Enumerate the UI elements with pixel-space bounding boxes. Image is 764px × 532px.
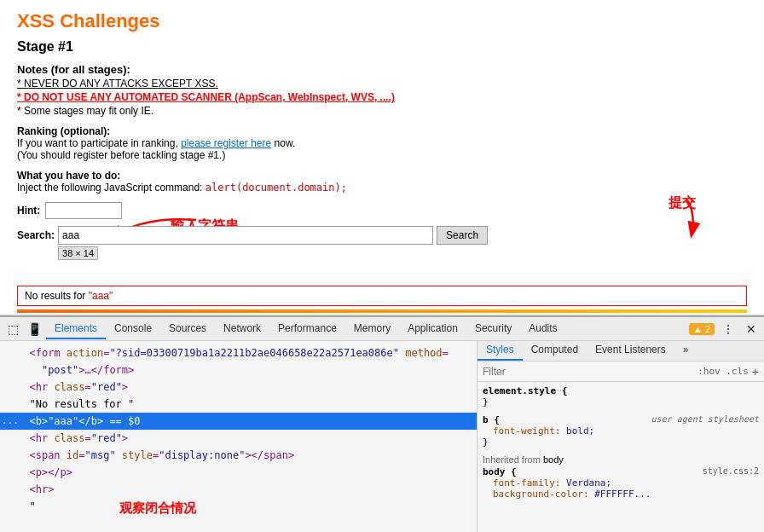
el-hr-red2: <hr class="red"> [0,430,477,447]
styles-filter-input[interactable] [483,366,697,378]
result-highlight: "aaa" [89,290,113,302]
search-input-wrap: 38 × 14 [58,226,433,245]
result-text: No results for [25,290,89,302]
styles-tabs: Styles Computed Event Listeners » [478,341,764,361]
styles-tab-computed[interactable]: Computed [523,341,587,361]
result-bar: No results for "aaa" [17,286,747,306]
hint-input[interactable] [45,202,122,219]
el-b-highlighted: ... <b>"aaa"</b> == $0 [0,413,477,430]
styles-filter-hint: :hov .cls [697,366,749,377]
el-hr-red: <hr class="red"> [0,379,477,396]
input-size-tooltip: 38 × 14 [58,246,98,260]
note3: * Some stages may fit only IE. [17,105,747,117]
tab-performance[interactable]: Performance [269,319,345,339]
inherited-selector: body [543,454,564,465]
tab-application[interactable]: Application [399,319,466,339]
task-text: Inject the following JavaScript command:… [17,182,747,194]
el-form: <form action="?sid=03300719ba1a2211b2ae0… [0,344,477,361]
el-quote: " [0,498,477,515]
styles-tab-styles[interactable]: Styles [478,341,523,361]
b-style-selector: b { user agent stylesheet [483,414,759,425]
task-section: What you have to do: Inject the followin… [17,170,747,194]
styles-tab-eventlisteners[interactable]: Event Listeners [587,341,674,361]
styles-panel: Styles Computed Event Listeners » :hov .… [478,341,764,532]
tab-security[interactable]: Security [466,319,520,339]
more-options-icon[interactable]: ⋮ [718,321,738,338]
ranking-text2: (You should register before tackling sta… [17,149,747,161]
b-style-rule: b { user agent stylesheet font-weight: b… [483,414,759,448]
hint-row: Hint: [17,202,747,219]
warning-badge: ▲ 2 [689,323,715,335]
element-style-rule: element.style { } [483,385,759,408]
page-title: XSS Challenges [17,10,747,32]
devtools-body: <form action="?sid=03300719ba1a2211b2ae0… [0,341,764,532]
search-input[interactable] [58,226,433,245]
ua-label: user agent stylesheet [651,414,759,424]
search-label: Search: [17,229,55,241]
styles-filter-row: :hov .cls + [478,361,764,382]
annotation-submit: 提交 [668,194,696,212]
ranking-text: If you want to participate in ranking, p… [17,137,747,149]
devtools-toolbar: ⬚ 📱 Elements Console Sources Network Per… [0,317,764,341]
tab-elements[interactable]: Elements [46,319,106,339]
ranking-section: Ranking (optional): If you want to parti… [17,125,747,161]
hint-label: Hint: [17,205,40,217]
annotation-observe: 观察闭合情况 [119,500,196,517]
note2: * DO NOT USE ANY AUTOMATED SCANNER (AppS… [17,91,747,103]
stage-title: Stage #1 [17,39,747,55]
tab-sources[interactable]: Sources [160,319,215,339]
device-icon[interactable]: 📱 [23,321,46,338]
body-prop-font: font-family: Verdana; [483,477,759,489]
note1: * NEVER DO ANY ATTACKS EXCEPT XSS. [17,78,747,90]
el-form-post: "post">…</form> [0,361,477,379]
note2-highlight: DO NOT USE [24,91,88,103]
register-link[interactable]: please register here [181,137,271,149]
search-row: Search: 38 × 14 Search [17,226,747,245]
el-noresults-text: "No results for " [0,396,477,413]
tab-console[interactable]: Console [106,319,160,339]
three-dots: ... [2,413,19,429]
devtools-panel: ⬚ 📱 Elements Console Sources Network Per… [0,315,764,532]
b-style-close: } [483,437,759,448]
inspect-icon[interactable]: ⬚ [3,321,23,338]
notes-section: Notes (for all stages): * NEVER DO ANY A… [17,63,747,117]
tab-network[interactable]: Network [215,319,269,339]
el-p: <p></p> [0,464,477,481]
styles-tab-more[interactable]: » [674,341,697,361]
body-prop-bg: background-color: #FFFFFF... [483,489,759,500]
add-style-button[interactable]: + [752,365,759,379]
tab-audits[interactable]: Audits [520,319,565,339]
devtools-toolbar-right: ▲ 2 ⋮ ✕ [689,321,761,338]
task-command: alert(document.domain); [205,182,347,194]
b-style-prop: font-weight: bold; [483,425,759,437]
el-hr: <hr> [0,481,477,498]
ranking-heading: Ranking (optional): [17,125,747,137]
elements-panel: <form action="?sid=03300719ba1a2211b2ae0… [0,341,478,532]
element-style-close: } [483,396,759,408]
body-style-rule: body { style.css:2 font-family: Verdana;… [483,466,759,500]
body-source: style.css:2 [703,466,759,476]
el-span-msg: <span id="msg" style="display:none"></sp… [0,447,477,464]
styles-content: element.style { } b { user agent stylesh… [478,382,764,532]
tab-memory[interactable]: Memory [345,319,399,339]
page-content: XSS Challenges Stage #1 Notes (for all s… [0,0,764,315]
result-area: No results for "aaa" [17,267,747,313]
element-style-selector: element.style { [483,385,759,396]
search-button[interactable]: Search [437,226,488,245]
close-icon[interactable]: ✕ [742,321,761,338]
notes-heading: Notes (for all stages): [17,63,130,76]
inherited-from: Inherited from body [483,454,759,465]
task-heading: What you have to do: [17,170,747,182]
body-selector: body { style.css:2 [483,466,759,477]
orange-line [17,309,747,313]
